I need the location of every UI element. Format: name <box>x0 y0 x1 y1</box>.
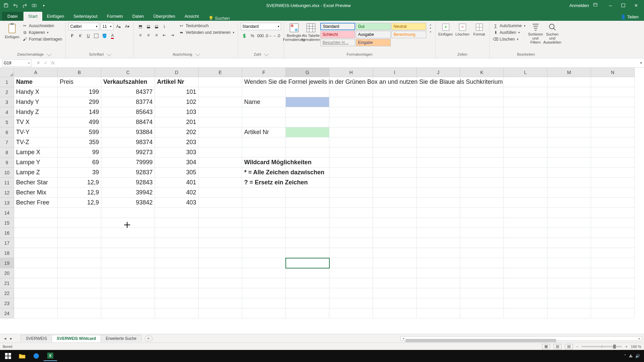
cell[interactable] <box>373 308 417 318</box>
cell[interactable] <box>14 288 58 298</box>
enter-formula-icon[interactable]: ✓ <box>42 60 49 65</box>
cell[interactable] <box>417 228 460 238</box>
cell[interactable] <box>242 208 286 218</box>
tray-chevron-icon[interactable]: ˄ <box>624 354 626 358</box>
cell[interactable] <box>547 218 591 228</box>
increase-font-icon[interactable]: A▴ <box>115 23 122 30</box>
cell[interactable] <box>199 268 242 278</box>
cell[interactable] <box>591 158 635 168</box>
cell[interactable] <box>460 298 504 308</box>
column-header[interactable]: C <box>101 68 155 77</box>
cell[interactable] <box>329 228 373 238</box>
cell[interactable] <box>591 77 635 87</box>
cell[interactable]: Wenden Sie die Formel jeweils in der Grü… <box>242 77 286 87</box>
tray-network-icon[interactable]: 🖧 <box>629 354 633 358</box>
cell[interactable] <box>101 218 155 228</box>
column-header[interactable]: A <box>14 68 58 77</box>
row-header[interactable]: 24 <box>0 308 14 318</box>
cell[interactable]: 303 <box>155 147 199 158</box>
cell[interactable] <box>591 178 635 188</box>
row-header[interactable]: 13 <box>0 198 14 208</box>
cell[interactable] <box>242 188 286 198</box>
cell[interactable] <box>329 97 373 107</box>
cell[interactable] <box>101 258 155 268</box>
cell[interactable] <box>199 97 242 107</box>
cell[interactable]: 12,9 <box>58 178 101 188</box>
cell[interactable] <box>373 278 417 288</box>
row-header[interactable]: 20 <box>0 268 14 278</box>
cell[interactable] <box>199 288 242 298</box>
cell[interactable] <box>242 278 286 288</box>
row-header[interactable]: 16 <box>0 228 14 238</box>
cell[interactable] <box>58 288 101 298</box>
cell[interactable]: TV X <box>14 117 58 127</box>
autosum-button[interactable]: ∑AutoSumme▾ <box>492 23 526 29</box>
cell[interactable] <box>417 178 460 188</box>
cell[interactable] <box>14 268 58 278</box>
cell[interactable] <box>504 147 547 158</box>
cell[interactable] <box>504 288 547 298</box>
cell[interactable] <box>547 127 591 137</box>
cell[interactable] <box>329 268 373 278</box>
cell[interactable] <box>460 228 504 238</box>
bold-button[interactable]: F <box>68 32 76 40</box>
new-sheet-button[interactable]: + <box>145 335 153 342</box>
cell[interactable] <box>286 248 329 258</box>
row-header[interactable]: 2 <box>0 87 14 97</box>
cell[interactable] <box>460 258 504 268</box>
cell[interactable] <box>504 87 547 97</box>
cell[interactable] <box>417 198 460 208</box>
cell[interactable]: 149 <box>58 107 101 117</box>
cell[interactable] <box>547 87 591 97</box>
cell[interactable] <box>591 248 635 258</box>
cell[interactable] <box>460 288 504 298</box>
cell[interactable] <box>242 248 286 258</box>
row-header[interactable]: 22 <box>0 288 14 298</box>
row-header[interactable]: 17 <box>0 238 14 248</box>
cell[interactable] <box>591 87 635 97</box>
cell[interactable] <box>155 258 199 268</box>
cell[interactable] <box>329 208 373 218</box>
cell[interactable] <box>329 308 373 318</box>
cut-button[interactable]: ✂Ausschneiden <box>21 23 63 29</box>
cell[interactable] <box>199 308 242 318</box>
sort-filter-button[interactable]: Sortieren und Filtern <box>528 23 543 44</box>
cell[interactable]: * = Alle Zeichen dazwischen <box>242 168 286 178</box>
cell[interactable] <box>373 188 417 198</box>
zoom-level[interactable]: 160 % <box>631 345 641 349</box>
cell[interactable] <box>504 308 547 318</box>
tab-file[interactable]: Datei <box>2 12 23 21</box>
row-header[interactable]: 10 <box>0 168 14 178</box>
increase-indent-icon[interactable]: ⇥ <box>169 32 176 39</box>
cell[interactable]: Becher Free <box>14 198 58 208</box>
cell[interactable] <box>547 168 591 178</box>
cell[interactable] <box>14 298 58 308</box>
merge-center-button[interactable]: ⬌Verbinden und zentrieren▾ <box>178 29 235 36</box>
cell-styles-gallery[interactable]: Standard Gut Neutral Schlecht Ausgabe Be… <box>320 23 426 46</box>
cell[interactable] <box>286 278 329 288</box>
cell[interactable] <box>504 97 547 107</box>
cell[interactable] <box>591 168 635 178</box>
align-top-icon[interactable]: ⬒ <box>137 23 144 30</box>
cell[interactable] <box>547 268 591 278</box>
find-select-button[interactable]: Suchen und Auswählen <box>545 23 560 44</box>
ribbon-display-options-icon[interactable] <box>593 3 598 8</box>
style-standard[interactable]: Standard <box>320 23 355 30</box>
cell[interactable] <box>504 158 547 168</box>
cell[interactable]: Becher Star <box>14 178 58 188</box>
accounting-format-icon[interactable]: 💲 <box>241 32 248 40</box>
cell[interactable] <box>460 137 504 147</box>
font-color-button[interactable]: A <box>109 32 116 40</box>
cell[interactable] <box>58 208 101 218</box>
row-header[interactable]: 11 <box>0 178 14 188</box>
tab-nav-first-icon[interactable]: ◂ <box>2 336 8 341</box>
cell[interactable]: 79999 <box>101 158 155 168</box>
cell[interactable]: 359 <box>58 137 101 147</box>
cell[interactable] <box>329 218 373 228</box>
expand-formula-bar-icon[interactable]: ▾ <box>638 60 644 65</box>
row-header[interactable]: 21 <box>0 278 14 288</box>
cell[interactable] <box>373 208 417 218</box>
cell[interactable] <box>460 158 504 168</box>
cell[interactable] <box>286 87 329 97</box>
cell[interactable] <box>417 288 460 298</box>
